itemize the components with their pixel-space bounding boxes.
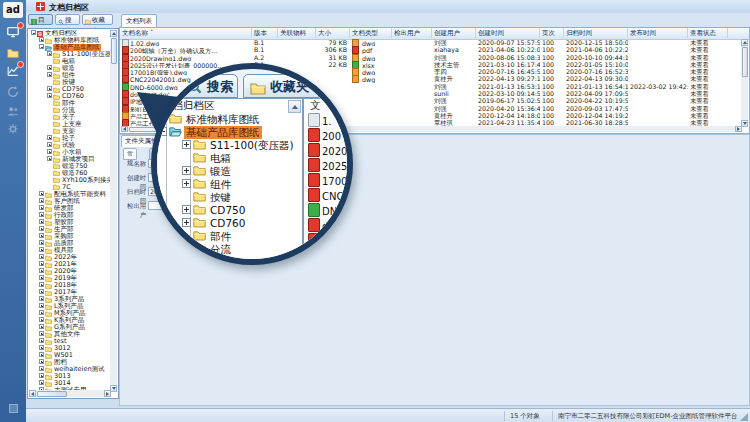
scroll-left-button[interactable] (121, 126, 128, 132)
scroll-right-button[interactable] (104, 390, 111, 397)
tree-item[interactable]: W501 (29, 352, 112, 359)
table-row[interactable]: 2025设计开发计划表_000000...B.122 KB xlsx技术主管20… (120, 61, 742, 68)
expand-icon[interactable] (39, 296, 44, 301)
resize-grip[interactable] (740, 413, 748, 421)
tab-document-list[interactable]: 文档列表 (121, 14, 157, 28)
expand-icon[interactable] (39, 261, 44, 266)
expand-icon[interactable] (39, 268, 44, 273)
column-header-11[interactable]: 发布时间 (628, 28, 688, 38)
expand-icon (182, 140, 191, 149)
column-header-12[interactable]: 查看状态 (688, 28, 728, 38)
notification-badge (17, 61, 24, 68)
scroll-thumb[interactable] (37, 391, 67, 397)
table-row[interactable]: 2020Drawing1.dwgA.231 KB dwg刘强2020-08-06… (120, 54, 742, 61)
tree-item-label: CD760 (208, 217, 247, 230)
expand-icon[interactable] (39, 366, 44, 371)
expand-icon[interactable] (39, 310, 44, 315)
scroll-thumb[interactable] (742, 47, 748, 77)
expand-icon[interactable] (47, 156, 52, 161)
scroll-left-button[interactable] (29, 390, 36, 397)
tree-item[interactable]: 其他文件 (29, 331, 112, 338)
table-row[interactable]: 200蜗轴（万全）待确认及方...B.1306 KB pdfxiahaya202… (120, 46, 742, 53)
expand-icon[interactable] (39, 226, 44, 231)
tree-item-label: 分流 (208, 243, 233, 256)
cell-status: 未查看 (688, 54, 728, 61)
list-vertical-scrollbar[interactable] (741, 39, 748, 127)
expand-icon[interactable] (39, 37, 44, 42)
expand-icon[interactable] (39, 345, 44, 350)
expand-icon[interactable] (39, 240, 44, 245)
expand-icon[interactable] (39, 219, 44, 224)
expand-icon[interactable] (39, 317, 44, 322)
column-header-1[interactable]: 文档名称 ˆ (120, 28, 252, 38)
expand-icon[interactable] (39, 254, 44, 259)
expand-icon[interactable] (39, 233, 44, 238)
expand-icon[interactable] (47, 86, 52, 91)
toolbar-button-search[interactable]: 搜索 (55, 14, 80, 25)
toolbar-button-favorites[interactable]: 收藏夹 (82, 14, 113, 25)
expand-icon[interactable] (39, 331, 44, 336)
sidebar-item-folder[interactable] (6, 46, 20, 60)
expand-icon[interactable] (39, 359, 44, 364)
collapse-icon[interactable] (31, 30, 36, 35)
column-header-9[interactable]: 页次 (540, 28, 564, 38)
expand-icon[interactable] (39, 373, 44, 378)
expand-icon[interactable] (47, 142, 52, 147)
cell-archived: 2020-09-03 17:47:55 (564, 105, 628, 112)
sidebar-item-sync[interactable] (6, 85, 20, 99)
expand-icon[interactable] (39, 303, 44, 308)
toolbar-button-catalog[interactable]: 目录 (28, 14, 53, 25)
expand-icon[interactable] (47, 72, 52, 77)
expand-icon[interactable] (47, 51, 52, 56)
folder-icon (193, 178, 206, 192)
column-header-10[interactable]: 归档时间 (564, 28, 628, 38)
sidebar-item-gear[interactable] (6, 122, 20, 136)
cell-archived: 2021-04-06 10:22:24 (564, 46, 628, 53)
expand-icon[interactable] (39, 212, 44, 217)
expand-icon[interactable] (47, 65, 52, 70)
column-header-4[interactable]: 大小 (316, 28, 350, 38)
column-header-7[interactable]: 创建用户 (432, 28, 476, 38)
expand-icon[interactable] (39, 198, 44, 203)
expand-icon[interactable] (47, 135, 52, 140)
expand-icon[interactable] (39, 289, 44, 294)
cell-type (350, 105, 392, 112)
scroll-down-button[interactable] (110, 385, 117, 392)
expand-icon[interactable] (39, 380, 44, 385)
expand-icon[interactable] (39, 275, 44, 280)
column-header-6[interactable]: 检出用户 (392, 28, 432, 38)
cell-size: 79 KB (316, 39, 350, 46)
tree-horizontal-scrollbar[interactable] (29, 390, 111, 397)
filetype-icon (352, 61, 359, 68)
collapse-icon (158, 127, 167, 136)
scroll-up-button[interactable] (741, 39, 748, 46)
sidebar-item-chart[interactable] (6, 64, 20, 78)
scroll-right-button[interactable] (735, 126, 742, 132)
cell-type: xlsx (350, 61, 392, 68)
expand-icon[interactable] (47, 93, 52, 98)
file-icon (308, 203, 320, 217)
expand-icon[interactable] (39, 352, 44, 357)
sidebar-item-users[interactable] (6, 104, 20, 118)
expand-icon[interactable] (39, 191, 44, 196)
column-header-3[interactable]: 关联物料 (278, 28, 316, 38)
table-row[interactable]: 1.02.dwgB.179 KB dwg刘强2020-09-07 15:57:5… (120, 39, 742, 46)
scroll-up-button[interactable] (110, 30, 117, 37)
expand-icon[interactable] (39, 338, 44, 343)
scroll-thumb[interactable] (111, 38, 117, 64)
expand-icon[interactable] (39, 247, 44, 252)
sidebar-footer-icon[interactable] (9, 404, 18, 413)
column-header-2[interactable]: 版本 (252, 28, 278, 38)
expand-icon[interactable] (47, 149, 52, 154)
cell-creator: 黄桂升 (432, 112, 476, 119)
sidebar-item-monitor[interactable] (6, 25, 20, 39)
expand-icon[interactable] (39, 282, 44, 287)
scroll-down-button[interactable] (741, 120, 748, 127)
collapse-icon[interactable] (39, 44, 44, 49)
expand-icon[interactable] (39, 205, 44, 210)
expand-icon[interactable] (39, 324, 44, 329)
tree-vertical-scrollbar[interactable] (110, 30, 117, 392)
column-header-8[interactable]: 创建时间 (476, 28, 540, 38)
column-header-5[interactable]: 文档类型 (350, 28, 392, 38)
cell-checkout_user (392, 112, 432, 119)
